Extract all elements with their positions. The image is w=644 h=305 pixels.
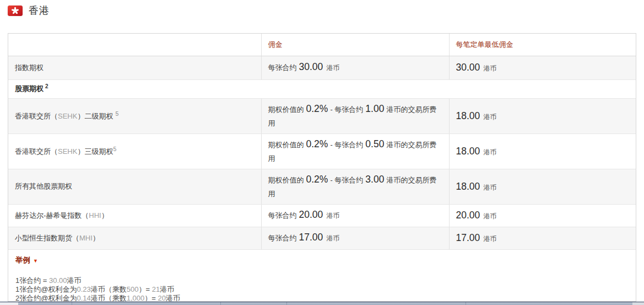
table-row: 赫芬达尔-赫希曼指数（HHI） 每张合约20.00港币 20.00港币 <box>8 204 636 227</box>
examples-lines: 1张合约 = 30.00港币 1张合约@权利金为0.23港币（乘数500）= 2… <box>15 276 628 302</box>
taskbar-divider <box>286 302 287 305</box>
min-commission-cell: 18.00港币 <box>449 98 636 133</box>
commission-cell: 每张合约17.00港币 <box>261 227 449 249</box>
commission-cell: 期权价值的0.2%- 每张合约3.00港币的交易所费用 <box>261 169 449 204</box>
examples-cell: 举例 ▼ 1张合约 = 30.00港币 1张合约@权利金为0.23港币（乘数50… <box>8 249 636 302</box>
footnote-sup: 5 <box>115 110 118 117</box>
example-line: 1张合约@权利金为0.23港币（乘数500）= 21港币 <box>15 285 628 294</box>
table-row: 指数期权 每张合约30.00港币 30.00港币 <box>8 56 636 79</box>
table-row: 小型恒生指数期货（MHI） 每张合约17.00港币 17.00港币 <box>8 227 636 249</box>
header-instrument <box>8 34 261 56</box>
instrument-name-cell: 香港联交所（SEHK）二级期权5 <box>8 98 261 133</box>
footnote-sup: 5 <box>113 146 116 152</box>
examples-section: 举例 ▼ 1张合约 = 30.00港币 1张合约@权利金为0.23港币（乘数50… <box>8 249 636 302</box>
commission-cell: 每张合约30.00港币 <box>261 56 449 79</box>
min-commission-cell: 18.00港币 <box>449 133 636 169</box>
commission-cell: 每张合约20.00港币 <box>261 204 449 227</box>
instrument-name-cell: 香港联交所（SEHK）三级期权5 <box>8 133 261 169</box>
footnote-sup: 2 <box>45 83 48 89</box>
taskbar-divider <box>220 302 221 305</box>
instrument-name-cell: 赫芬达尔-赫希曼指数（HHI） <box>8 204 261 227</box>
examples-toggle[interactable]: 举例 ▼ <box>15 255 38 265</box>
min-commission-cell: 18.00港币 <box>449 169 636 204</box>
commission-cell: 期权价值的0.2%- 每张合约1.00港币的交易所费用 <box>261 98 449 133</box>
header-min-commission: 每笔定单最低佣金 <box>449 34 636 56</box>
examples-label: 举例 <box>15 255 30 265</box>
example-line: 2张合约@权利金为0.14港币（乘数1,000）= 20港币 <box>15 294 628 302</box>
table-row: 所有其他股票期权 期权价值的0.2%- 每张合约3.00港币的交易所费用 18.… <box>8 169 636 204</box>
section-row: 股票期权2 <box>8 79 636 98</box>
taskbar-segment <box>0 302 18 305</box>
taskbar-strip <box>0 302 644 305</box>
instrument-name-cell: 所有其他股票期权 <box>8 169 261 204</box>
example-line: 1张合约 = 30.00港币 <box>15 276 628 285</box>
table-header-row: 佣金 每笔定单最低佣金 <box>8 34 636 56</box>
taskbar-divider <box>72 302 72 305</box>
commission-cell: 期权价值的0.2%- 每张合约0.50港币的交易所费用 <box>261 133 449 169</box>
instrument-name-cell: 指数期权 <box>8 56 261 79</box>
min-commission-cell: 20.00港币 <box>449 204 636 227</box>
instrument-name-cell: 小型恒生指数期货（MHI） <box>8 227 261 249</box>
table-row: 香港联交所（SEHK）二级期权5 期权价值的0.2%- 每张合约1.00港币的交… <box>8 98 636 133</box>
hong-kong-flag-icon <box>8 6 23 16</box>
page-title: 香港 <box>29 4 50 17</box>
commission-table-container: 佣金 每笔定单最低佣金 指数期权 每张合约30.00港币 30.00港币 股票期… <box>8 33 636 302</box>
min-commission-cell: 30.00港币 <box>449 56 636 79</box>
triangle-down-icon: ▼ <box>33 258 38 264</box>
table-row: 香港联交所（SEHK）三级期权5 期权价值的0.2%- 每张合约0.50港币的交… <box>8 133 636 169</box>
taskbar-segment <box>632 302 644 305</box>
commission-table: 佣金 每笔定单最低佣金 指数期权 每张合约30.00港币 30.00港币 股票期… <box>8 34 636 302</box>
section-title-cell: 股票期权2 <box>8 79 636 98</box>
header-commission: 佣金 <box>261 34 449 56</box>
page-title-bar: 香港 <box>8 4 50 17</box>
taskbar-divider <box>466 302 466 305</box>
min-commission-cell: 17.00港币 <box>449 227 636 249</box>
